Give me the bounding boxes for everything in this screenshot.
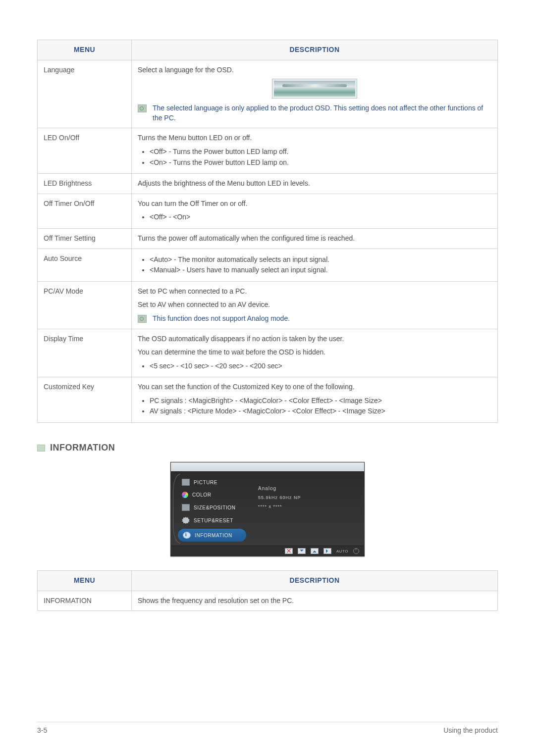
off-timer-setting-intro: Turns the power off automatically when t…: [138, 234, 491, 244]
osd-label-color: COLOR: [192, 492, 212, 498]
osd-item-size-position: SIZE&POSITION: [171, 501, 249, 514]
pcav-intro1: Set to PC when connected to a PC.: [138, 287, 491, 297]
osd-label-information: INFORMATION: [195, 533, 232, 538]
arrow-down-icon: [298, 548, 306, 554]
language-note: The selected language is only applied to…: [153, 103, 491, 123]
note-block: This function does not support Analog mo…: [138, 314, 491, 324]
osd-figure-wrap: PICTURE COLOR SIZE&POSITION SETUP&RESET: [37, 462, 498, 556]
arrow-right-icon: [323, 548, 331, 554]
information-table: MENU DESCRIPTION INFORMATION Shows the f…: [37, 570, 498, 611]
osd-info-line2: 55.9kHz 60Hz NP: [258, 495, 359, 500]
display-time-intro1: The OSD automatically disappears if no a…: [138, 334, 491, 344]
list-item: <Off> - <On>: [150, 212, 491, 222]
desc-cell-led-onoff: Turns the Menu button LED on or off. <Of…: [132, 128, 498, 174]
desc-cell-led-brightness: Adjusts the brightness of the Menu butto…: [132, 174, 498, 194]
info-menu-cell: INFORMATION: [38, 591, 132, 611]
list-item: <5 sec> - <10 sec> - <20 sec> - <200 sec…: [150, 361, 491, 371]
col-header-description: DESCRIPTION: [132, 40, 498, 60]
page-footer: 3-5 Using the product: [37, 726, 498, 734]
info-desc-cell: Shows the frequency and resolution set o…: [132, 591, 498, 611]
desc-cell-customized-key: You can set the function of the Customiz…: [132, 377, 498, 423]
list-item: <Manual> - Users have to manually select…: [150, 265, 491, 275]
desc-cell-auto-source: <Auto> - The monitor automatically selec…: [132, 249, 498, 281]
table-row: LED On/Off Turns the Menu button LED on …: [38, 128, 498, 174]
osd-label-setup-reset: SETUP&RESET: [194, 518, 233, 523]
menu-cell-auto-source: Auto Source: [38, 249, 132, 281]
language-selection-graphic: [272, 79, 357, 99]
osd-info-line3: **** x ****: [258, 504, 359, 509]
section-heading-information: INFORMATION: [37, 443, 498, 453]
table-row: PC/AV Mode Set to PC when connected to a…: [38, 281, 498, 329]
gear-icon: [182, 517, 190, 524]
picture-icon: [182, 479, 190, 486]
info-icon: [183, 532, 191, 539]
led-brightness-intro: Adjusts the brightness of the Menu butto…: [138, 179, 491, 189]
table-row: Off Timer On/Off You can turn the Off Ti…: [38, 194, 498, 228]
list-item: PC signals : <MagicBright> - <MagicColor…: [150, 396, 491, 406]
col-header-menu: MENU: [38, 40, 132, 60]
osd-top-bar: [171, 462, 364, 472]
osd-right-panel: Analog 55.9kHz 60Hz NP **** x ****: [249, 472, 364, 546]
osd-item-information-selected: INFORMATION: [178, 529, 246, 542]
note-icon: [138, 315, 147, 323]
osd-item-setup-reset: SETUP&RESET: [171, 514, 249, 527]
close-icon: [285, 548, 293, 554]
osd-item-picture: PICTURE: [171, 476, 249, 489]
desc-cell-display-time: The OSD automatically disappears if no a…: [132, 329, 498, 377]
table-row: Off Timer Setting Turns the power off au…: [38, 228, 498, 249]
table-row: Customized Key You can set the function …: [38, 377, 498, 423]
table-row: Display Time The OSD automatically disap…: [38, 329, 498, 377]
osd-label-size-position: SIZE&POSITION: [194, 505, 235, 510]
desc-cell-language: Select a language for the OSD. The selec…: [132, 60, 498, 128]
customized-key-intro: You can set the function of the Customiz…: [138, 382, 491, 392]
led-onoff-intro: Turns the Menu button LED on or off.: [138, 133, 491, 143]
color-wheel-icon: [182, 492, 188, 498]
display-time-bullets: <5 sec> - <10 sec> - <20 sec> - <200 sec…: [138, 361, 491, 371]
list-item: <Off> - Turns the Power button LED lamp …: [150, 147, 491, 157]
led-onoff-bullets: <Off> - Turns the Power button LED lamp …: [138, 147, 491, 167]
osd-auto-label: AUTO: [336, 549, 348, 554]
menu-cell-off-timer-setting: Off Timer Setting: [38, 228, 132, 249]
menu-cell-off-timer-onoff: Off Timer On/Off: [38, 194, 132, 228]
note-icon: [138, 104, 147, 112]
osd-info-line1: Analog: [258, 486, 359, 491]
list-item: <On> - Turns the Power button LED lamp o…: [150, 158, 491, 168]
note-block: The selected language is only applied to…: [138, 103, 491, 123]
off-timer-onoff-bullets: <Off> - <On>: [138, 212, 491, 222]
list-item: <Auto> - The monitor automatically selec…: [150, 255, 491, 265]
pcav-note: This function does not support Analog mo…: [153, 314, 290, 324]
table-row: LED Brightness Adjusts the brightness of…: [38, 174, 498, 194]
menu-cell-display-time: Display Time: [38, 329, 132, 377]
customized-key-bullets: PC signals : <MagicBright> - <MagicColor…: [138, 396, 491, 416]
section-bullet-icon: [37, 445, 45, 452]
desc-cell-off-timer-setting: Turns the power off automatically when t…: [132, 228, 498, 249]
size-position-icon: [182, 504, 190, 511]
footer-divider: [37, 722, 498, 722]
info-col-header-menu: MENU: [38, 571, 132, 591]
info-col-header-description: DESCRIPTION: [132, 571, 498, 591]
menu-description-table: MENU DESCRIPTION Language Select a langu…: [37, 40, 498, 423]
display-time-intro2: You can determine the time to wait befor…: [138, 348, 491, 357]
list-item: AV signals : <Picture Mode> - <MagicColo…: [150, 406, 491, 416]
osd-bottom-bar: AUTO: [171, 546, 364, 556]
osd-item-color: COLOR: [171, 489, 249, 501]
desc-cell-pcav-mode: Set to PC when connected to a PC. Set to…: [132, 281, 498, 329]
pcav-intro2: Set to AV when connected to an AV device…: [138, 300, 491, 310]
osd-menu-screenshot: PICTURE COLOR SIZE&POSITION SETUP&RESET: [170, 462, 365, 556]
auto-source-bullets: <Auto> - The monitor automatically selec…: [138, 255, 491, 275]
menu-cell-pcav-mode: PC/AV Mode: [38, 281, 132, 329]
menu-cell-language: Language: [38, 60, 132, 128]
information-heading: INFORMATION: [50, 443, 115, 453]
info-description-text: Shows the frequency and resolution set o…: [138, 597, 294, 605]
menu-cell-led-onoff: LED On/Off: [38, 128, 132, 174]
desc-cell-off-timer-onoff: You can turn the Off Timer on or off. <O…: [132, 194, 498, 228]
language-intro: Select a language for the OSD.: [138, 65, 491, 75]
osd-label-picture: PICTURE: [194, 480, 217, 485]
menu-cell-led-brightness: LED Brightness: [38, 174, 132, 194]
off-timer-onoff-intro: You can turn the Off Timer on or off.: [138, 199, 491, 209]
power-icon: [353, 548, 359, 554]
table-row: Auto Source <Auto> - The monitor automat…: [38, 249, 498, 281]
footer-section-title: Using the product: [443, 726, 498, 734]
table-row: INFORMATION Shows the frequency and reso…: [38, 591, 498, 611]
osd-left-nav: PICTURE COLOR SIZE&POSITION SETUP&RESET: [171, 472, 249, 546]
